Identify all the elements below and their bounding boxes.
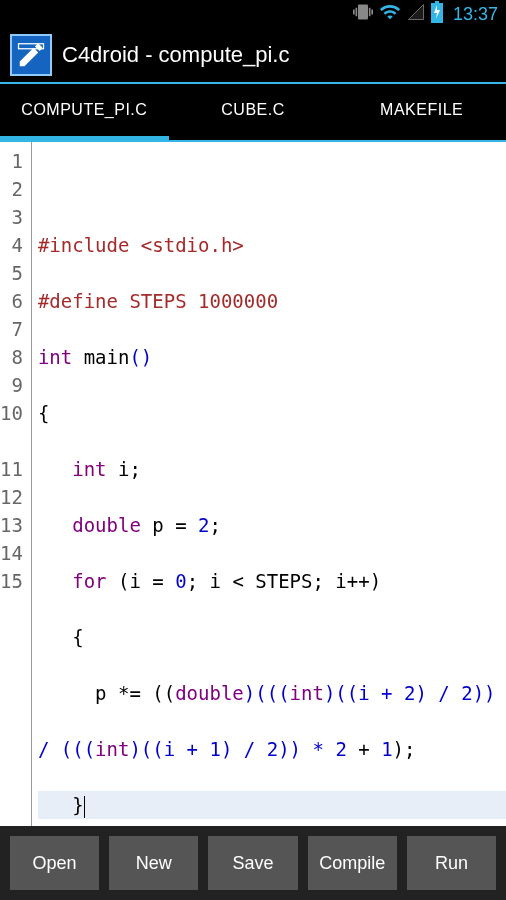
code-line: { — [38, 399, 506, 427]
code-line: p *= ((double)(((int)((i + 2) / 2)) * 2)… — [38, 679, 506, 707]
status-bar: 13:37 — [0, 0, 506, 28]
status-time: 13:37 — [453, 4, 498, 25]
text-cursor — [84, 796, 85, 818]
bottom-toolbar: Open New Save Compile Run — [0, 826, 506, 900]
code-line: { — [38, 623, 506, 651]
run-button[interactable]: Run — [407, 836, 496, 890]
status-icons — [353, 1, 443, 28]
code-line: #define STEPS 1000000 — [38, 287, 506, 315]
svg-rect-1 — [435, 1, 439, 3]
new-button[interactable]: New — [109, 836, 198, 890]
battery-icon — [431, 1, 443, 28]
tabs: COMPUTE_PI.C CUBE.C MAKEFILE — [0, 84, 506, 140]
wifi-icon — [379, 1, 401, 28]
code-line: #include <stdio.h> — [38, 231, 506, 259]
code-line — [38, 175, 506, 203]
app-title: C4droid - compute_pi.c — [62, 42, 289, 68]
line-gutter: 123456789101112131415 — [0, 142, 32, 826]
vibrate-icon — [353, 2, 373, 27]
code-line: int i; — [38, 455, 506, 483]
code-line: / (((int)((i + 1) / 2)) * 2 + 1); — [38, 735, 506, 763]
tab-compute-pi[interactable]: COMPUTE_PI.C — [0, 84, 169, 140]
compile-button[interactable]: Compile — [308, 836, 397, 890]
tab-makefile[interactable]: MAKEFILE — [337, 84, 506, 140]
code-line: int main() — [38, 343, 506, 371]
code-content[interactable]: #include <stdio.h> #define STEPS 1000000… — [32, 142, 506, 826]
app-bar: C4droid - compute_pi.c — [0, 28, 506, 84]
save-button[interactable]: Save — [208, 836, 297, 890]
code-line: } — [38, 791, 506, 819]
signal-icon — [407, 3, 425, 26]
code-editor[interactable]: 123456789101112131415 #include <stdio.h>… — [0, 140, 506, 826]
tab-cube[interactable]: CUBE.C — [169, 84, 338, 140]
code-line: for (i = 0; i < STEPS; i++) — [38, 567, 506, 595]
code-line: double p = 2; — [38, 511, 506, 539]
open-button[interactable]: Open — [10, 836, 99, 890]
app-icon[interactable] — [10, 34, 52, 76]
